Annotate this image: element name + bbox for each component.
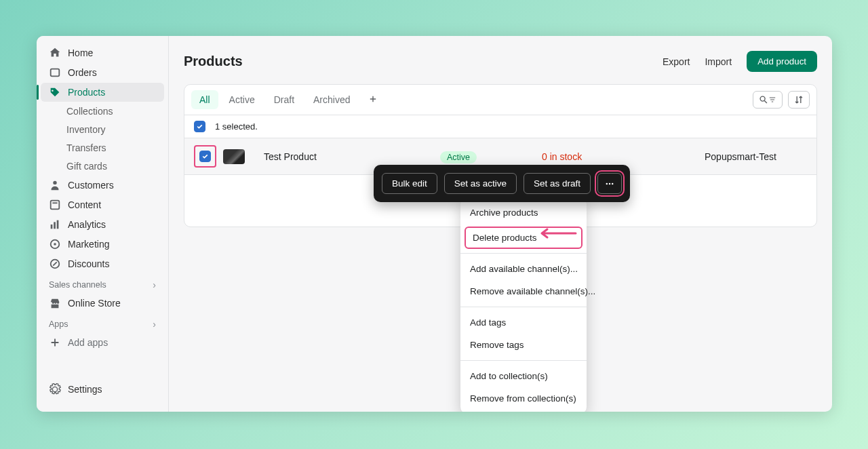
nav-label: Analytics [68, 219, 106, 230]
add-product-button[interactable]: Add product [747, 51, 817, 72]
nav-label: Marketing [68, 239, 109, 250]
gear-icon [49, 383, 61, 395]
add-view-button[interactable] [361, 91, 384, 109]
nav-marketing[interactable]: Marketing [41, 235, 164, 254]
row-checkbox-highlight [194, 145, 216, 168]
row-checkbox[interactable] [199, 151, 211, 162]
tab-draft[interactable]: Draft [266, 90, 302, 109]
dd-removechannel[interactable]: Remove available channel(s)... [460, 280, 587, 302]
svg-rect-3 [52, 202, 57, 203]
sidebar: Home Orders Products Collections Invento… [37, 36, 169, 412]
nav-label: Online Store [68, 298, 121, 309]
page-title: Products [184, 54, 243, 69]
svg-point-13 [612, 182, 614, 184]
nav-customers[interactable]: Customers [41, 176, 164, 195]
plus-icon [49, 336, 61, 349]
dd-archive[interactable]: Archive products [460, 201, 587, 224]
nav-discounts[interactable]: Discounts [41, 254, 164, 273]
nav-content[interactable]: Content [41, 195, 164, 214]
nav-label: Products [68, 87, 105, 98]
svg-point-8 [54, 243, 56, 246]
person-icon [49, 179, 61, 191]
nav-giftcards[interactable]: Gift cards [41, 157, 164, 175]
svg-rect-4 [51, 224, 53, 229]
export-link[interactable]: Export [663, 56, 690, 67]
section-label: Sales channels [49, 280, 106, 290]
annotation-arrow [536, 227, 577, 242]
product-stock: 0 in stock [542, 151, 705, 162]
sort-button[interactable] [788, 91, 810, 109]
product-thumbnail [223, 149, 245, 164]
nav-orders[interactable]: Orders [41, 63, 164, 82]
nav-products[interactable]: Products [41, 83, 164, 102]
dd-divider [460, 307, 587, 307]
nav-transfers[interactable]: Transfers [41, 139, 164, 157]
nav-collections[interactable]: Collections [41, 102, 164, 120]
nav-settings[interactable]: Settings [41, 380, 164, 399]
nav-label: Settings [68, 384, 102, 395]
orders-icon [49, 66, 61, 79]
section-apps[interactable]: Apps › [37, 313, 168, 332]
section-label: Apps [49, 319, 68, 329]
dd-addtags[interactable]: Add tags [460, 311, 587, 334]
nav-analytics[interactable]: Analytics [41, 215, 164, 234]
search-filter-button[interactable] [753, 91, 783, 109]
svg-rect-5 [54, 222, 56, 229]
chevron-right-icon: › [153, 279, 156, 290]
tab-active[interactable]: Active [221, 90, 263, 109]
bulk-action-bar: Bulk edit Set as active Set as draft [374, 165, 630, 202]
bulk-edit-button[interactable]: Bulk edit [382, 173, 437, 194]
status-badge: Active [440, 151, 477, 163]
nav-label: Orders [68, 67, 97, 78]
dd-addcollection[interactable]: Add to collection(s) [460, 365, 587, 387]
nav-label: Home [68, 47, 93, 58]
import-link[interactable]: Import [705, 56, 732, 67]
discount-icon [49, 258, 61, 270]
svg-rect-2 [51, 201, 60, 210]
set-draft-button[interactable]: Set as draft [524, 173, 591, 194]
product-vendor: Popupsmart-Test [705, 151, 807, 162]
dd-addchannel[interactable]: Add available channel(s)... [460, 258, 587, 280]
dd-divider [460, 360, 587, 361]
main-content: Products Export Import Add product All A… [169, 36, 832, 412]
nav-home[interactable]: Home [41, 43, 164, 62]
selection-row: 1 selected. [184, 115, 816, 138]
tab-all[interactable]: All [191, 90, 218, 109]
nav-label: Add apps [68, 337, 108, 348]
analytics-icon [49, 218, 61, 231]
tab-archived[interactable]: Archived [305, 90, 358, 109]
svg-rect-0 [51, 69, 60, 77]
target-icon [49, 238, 61, 250]
product-name[interactable]: Test Product [264, 151, 440, 162]
selection-text: 1 selected. [215, 121, 258, 132]
home-icon [49, 47, 61, 59]
nav-onlinestore[interactable]: Online Store [41, 294, 164, 313]
chevron-right-icon: › [153, 319, 156, 330]
app-window: Home Orders Products Collections Invento… [37, 36, 832, 412]
select-all-checkbox[interactable] [194, 121, 205, 132]
set-active-button[interactable]: Set as active [444, 173, 517, 194]
content-icon [49, 199, 61, 211]
nav-label: Discounts [68, 258, 109, 269]
tag-icon [49, 86, 61, 98]
svg-point-10 [760, 96, 765, 101]
more-actions-button[interactable] [597, 173, 622, 194]
nav-addapps[interactable]: Add apps [41, 333, 164, 352]
dd-removecollection[interactable]: Remove from collection(s) [460, 387, 587, 410]
svg-point-12 [609, 182, 611, 184]
svg-point-1 [53, 181, 56, 184]
nav-label: Content [68, 199, 101, 210]
svg-rect-6 [57, 220, 59, 229]
dd-removetags[interactable]: Remove tags [460, 334, 587, 356]
section-saleschannels[interactable]: Sales channels › [37, 274, 168, 293]
svg-point-11 [606, 182, 608, 184]
store-icon [49, 297, 61, 309]
nav-inventory[interactable]: Inventory [41, 121, 164, 138]
nav-label: Customers [68, 180, 114, 191]
dd-divider [460, 253, 587, 254]
